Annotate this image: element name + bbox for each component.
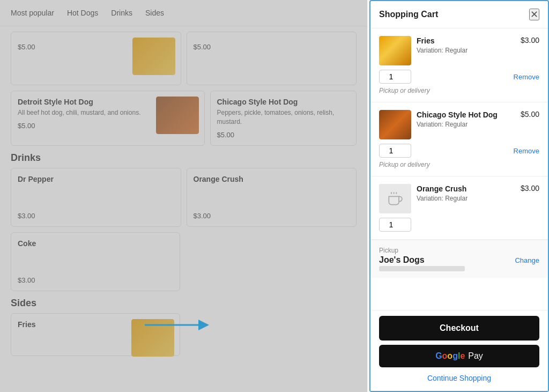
svg-marker-1 — [198, 320, 209, 330]
orangecrush-info: Orange Crush $3.00 Variation: Regular — [417, 184, 539, 202]
checkout-arrow — [145, 314, 209, 336]
cart-item-orangecrush: Orange Crush $3.00 Variation: Regular — [370, 176, 548, 240]
fries-item-name: Fries — [417, 36, 434, 46]
pickup-address — [379, 266, 465, 271]
chicago-controls: Remove — [379, 144, 539, 158]
cart-item-fries-row: Fries $3.00 Variation: Regular — [379, 36, 539, 65]
chicago-variation: Variation: Regular — [417, 121, 539, 128]
cart-item-chicago: Chicago Style Hot Dog $5.00 Variation: R… — [370, 102, 548, 176]
pickup-row: Joe's Dogs Change — [379, 255, 539, 265]
change-pickup-button[interactable]: Change — [515, 256, 539, 264]
cart-item-orangecrush-row: Orange Crush $3.00 Variation: Regular — [379, 184, 539, 213]
chicago-item-price: $5.00 — [521, 110, 539, 119]
orangecrush-qty-row — [379, 218, 539, 232]
cart-items-list: Fries $3.00 Variation: Regular Remove Pi… — [370, 28, 548, 310]
fries-delivery: Pickup or delivery — [379, 87, 539, 94]
fries-controls: Remove — [379, 70, 539, 84]
chicago-item-name: Chicago Style Hot Dog — [417, 110, 498, 120]
cart-footer: Checkout Google Pay Continue Shopping — [370, 310, 548, 391]
pickup-name: Joe's Dogs — [379, 255, 425, 265]
fries-variation: Variation: Regular — [417, 47, 539, 54]
orangecrush-item-name: Orange Crush — [417, 184, 466, 194]
cart-item-fries: Fries $3.00 Variation: Regular Remove Pi… — [370, 28, 548, 102]
chicago-remove-button[interactable]: Remove — [514, 147, 539, 155]
chicago-qty[interactable] — [379, 144, 411, 158]
close-cart-button[interactable]: ✕ — [529, 9, 539, 20]
cart-item-chicago-row: Chicago Style Hot Dog $5.00 Variation: R… — [379, 110, 539, 139]
chicago-info: Chicago Style Hot Dog $5.00 Variation: R… — [417, 110, 539, 128]
cart-header: Shopping Cart ✕ — [370, 1, 548, 28]
continue-shopping-link[interactable]: Continue Shopping — [379, 372, 539, 384]
orangecrush-item-price: $3.00 — [521, 184, 539, 193]
orangecrush-placeholder — [379, 184, 411, 213]
orangecrush-qty[interactable] — [379, 218, 411, 232]
chicago-thumb — [379, 110, 411, 139]
cart-panel: Shopping Cart ✕ Fries $3.00 Variation: R… — [369, 0, 549, 392]
gpay-button[interactable]: Google Pay — [379, 345, 539, 367]
fries-item-price: $3.00 — [521, 36, 539, 45]
cart-title: Shopping Cart — [379, 10, 438, 19]
gpay-label: Pay — [468, 351, 483, 361]
orangecrush-variation: Variation: Regular — [417, 195, 539, 202]
fries-qty[interactable] — [379, 70, 411, 84]
orangecrush-thumb — [379, 184, 411, 213]
chicago-delivery: Pickup or delivery — [379, 161, 539, 168]
checkout-button[interactable]: Checkout — [379, 316, 539, 341]
fries-remove-button[interactable]: Remove — [514, 73, 539, 81]
fries-info: Fries $3.00 Variation: Regular — [417, 36, 539, 54]
fries-thumb — [379, 36, 411, 65]
pickup-section: Pickup Joe's Dogs Change — [370, 240, 548, 278]
google-g-icon: Google — [435, 351, 465, 361]
pickup-label: Pickup — [379, 247, 539, 254]
